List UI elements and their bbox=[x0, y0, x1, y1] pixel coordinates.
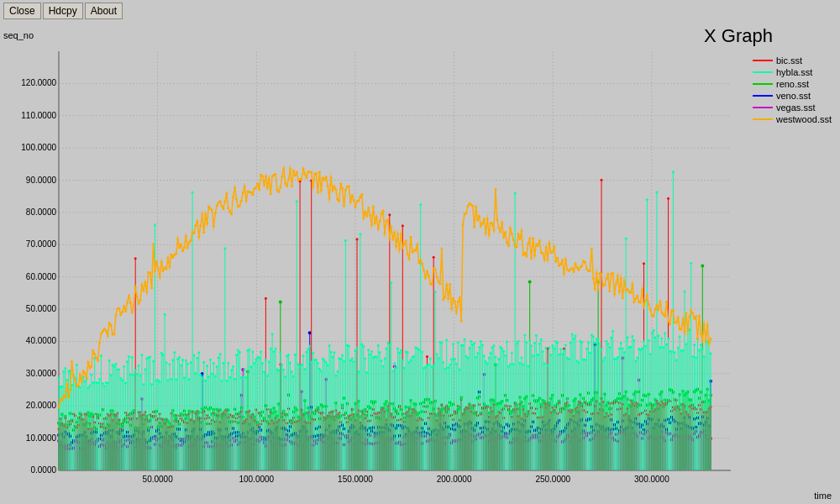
legend-item: westwood.sst bbox=[753, 114, 832, 124]
graph-container: X Graph seq_no time bic.ssthybla.sstreno… bbox=[0, 22, 840, 504]
y-axis-label: seq_no bbox=[3, 30, 34, 40]
legend-item: veno.sst bbox=[753, 91, 832, 101]
legend-item: hybla.sst bbox=[753, 67, 832, 77]
legend-item: vegas.sst bbox=[753, 102, 832, 113]
legend: bic.ssthybla.sstreno.sstveno.sstvegas.ss… bbox=[753, 55, 832, 124]
legend-item: bic.sst bbox=[753, 55, 832, 66]
close-button[interactable]: Close bbox=[3, 3, 41, 19]
hdcpy-button[interactable]: Hdcpy bbox=[43, 3, 83, 19]
graph-title: X Graph bbox=[704, 25, 773, 47]
x-axis-label: time bbox=[814, 491, 832, 501]
about-button[interactable]: About bbox=[85, 3, 123, 19]
legend-item: reno.sst bbox=[753, 79, 832, 89]
